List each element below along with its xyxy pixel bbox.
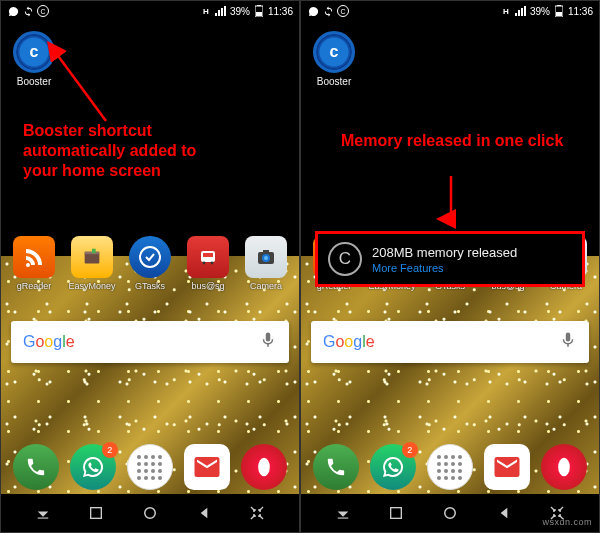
app-label: Camera xyxy=(239,281,293,291)
battery-icon xyxy=(253,5,265,17)
app-row: gReader EasyMoney GTasks bus@sg Camera xyxy=(1,236,299,291)
data-h-icon: H xyxy=(500,5,512,17)
app-gtasks[interactable]: GTasks xyxy=(123,236,177,291)
svg-point-15 xyxy=(259,458,271,477)
phone-left: C H 39% 11:36 c Booster gReader EasyMone… xyxy=(0,0,300,533)
nav-recent-icon[interactable] xyxy=(384,501,408,525)
phone-right: C H 39% 11:36 c Booster gReader EasyMone… xyxy=(300,0,600,533)
check-icon xyxy=(129,236,171,278)
app-label: bus@sg xyxy=(181,281,235,291)
booster-label: Booster xyxy=(13,76,55,87)
svg-rect-22 xyxy=(556,12,562,16)
app-bussg[interactable]: bus@sg xyxy=(181,236,235,291)
opera-icon[interactable] xyxy=(241,444,287,490)
app-camera[interactable]: Camera xyxy=(239,236,293,291)
nav-home-icon[interactable] xyxy=(138,501,162,525)
nav-back-icon[interactable] xyxy=(192,501,216,525)
google-search-bar[interactable]: Google xyxy=(311,321,589,363)
dock: 2 xyxy=(1,444,299,490)
dialer-icon[interactable] xyxy=(13,444,59,490)
app-greader[interactable]: gReader xyxy=(7,236,61,291)
home-screen[interactable]: c Booster gReader EasyMoney GTasks bus@s… xyxy=(1,21,299,494)
clock-time: 11:36 xyxy=(268,6,293,17)
navigation-bar xyxy=(1,494,299,532)
svg-point-38 xyxy=(445,508,456,519)
svg-point-18 xyxy=(145,508,156,519)
data-h-icon: H xyxy=(200,5,212,17)
google-search-bar[interactable]: Google xyxy=(11,321,289,363)
status-bar: C H 39% 11:36 xyxy=(1,1,299,21)
app-label: EasyMoney xyxy=(65,281,119,291)
sync-status-icon xyxy=(22,5,34,17)
sync-status-icon xyxy=(322,5,334,17)
svg-rect-1 xyxy=(257,5,261,6)
home-screen[interactable]: c Booster gReader EasyMoney GTasks bus@s… xyxy=(301,21,599,494)
nav-recent-icon[interactable] xyxy=(84,501,108,525)
gmail-icon[interactable] xyxy=(484,444,530,490)
toast-more-features-link[interactable]: More Features xyxy=(372,262,517,274)
app-easymoney[interactable]: EasyMoney xyxy=(65,236,119,291)
rss-icon xyxy=(13,236,55,278)
booster-shortcut[interactable]: c Booster xyxy=(13,31,55,87)
svg-rect-16 xyxy=(37,518,48,519)
google-logo: Google xyxy=(23,333,75,351)
memory-released-toast[interactable]: C 208MB memory released More Features xyxy=(315,231,585,287)
svg-rect-21 xyxy=(557,5,561,6)
svg-rect-5 xyxy=(92,249,96,254)
c-status-icon: C xyxy=(337,5,349,17)
svg-rect-8 xyxy=(203,253,213,257)
nav-down-icon[interactable] xyxy=(31,501,55,525)
whatsapp-status-icon xyxy=(7,5,19,17)
svg-rect-37 xyxy=(391,508,402,519)
dock: 2 xyxy=(301,444,599,490)
svg-point-35 xyxy=(559,458,571,477)
nav-back-icon[interactable] xyxy=(492,501,516,525)
svg-point-10 xyxy=(211,262,214,265)
whatsapp-icon[interactable]: 2 xyxy=(370,444,416,490)
bus-icon xyxy=(187,236,229,278)
nav-down-icon[interactable] xyxy=(331,501,355,525)
app-label: GTasks xyxy=(123,281,177,291)
booster-ring-icon: c xyxy=(313,31,355,73)
whatsapp-icon[interactable]: 2 xyxy=(70,444,116,490)
whatsapp-status-icon xyxy=(307,5,319,17)
watermark: wsxdn.com xyxy=(542,517,592,527)
mic-icon[interactable] xyxy=(559,331,577,353)
booster-shortcut[interactable]: c Booster xyxy=(313,31,355,87)
app-label: gReader xyxy=(7,281,61,291)
wallet-icon xyxy=(71,236,113,278)
gmail-icon[interactable] xyxy=(184,444,230,490)
svg-point-6 xyxy=(140,247,160,267)
c-status-icon: C xyxy=(37,5,49,17)
mic-icon[interactable] xyxy=(259,331,277,353)
camera-icon xyxy=(245,236,287,278)
notification-badge: 2 xyxy=(402,442,418,458)
battery-icon xyxy=(553,5,565,17)
svg-rect-2 xyxy=(256,12,262,16)
svg-point-13 xyxy=(264,256,268,260)
notification-badge: 2 xyxy=(102,442,118,458)
signal-icon xyxy=(215,5,227,17)
app-drawer-icon[interactable] xyxy=(427,444,473,490)
svg-point-9 xyxy=(203,262,206,265)
nav-home-icon[interactable] xyxy=(438,501,462,525)
clock-time: 11:36 xyxy=(568,6,593,17)
app-drawer-icon[interactable] xyxy=(127,444,173,490)
booster-ring-icon: c xyxy=(13,31,55,73)
dialer-icon[interactable] xyxy=(313,444,359,490)
toast-title: 208MB memory released xyxy=(372,245,517,260)
toast-c-icon: C xyxy=(328,242,362,276)
status-bar: C H 39% 11:36 xyxy=(301,1,599,21)
battery-pct: 39% xyxy=(230,6,250,17)
svg-rect-14 xyxy=(263,250,269,253)
opera-icon[interactable] xyxy=(541,444,587,490)
battery-pct: 39% xyxy=(530,6,550,17)
booster-label: Booster xyxy=(313,76,355,87)
google-logo: Google xyxy=(323,333,375,351)
svg-rect-36 xyxy=(337,518,348,519)
nav-collapse-icon[interactable] xyxy=(245,501,269,525)
svg-rect-17 xyxy=(91,508,102,519)
signal-icon xyxy=(515,5,527,17)
